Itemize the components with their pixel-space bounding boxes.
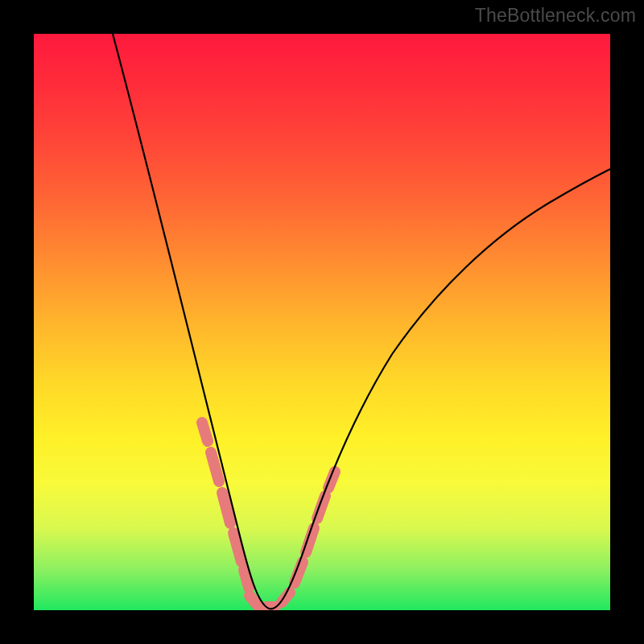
chart-frame: TheBottleneck.com bbox=[0, 0, 644, 644]
plot-area bbox=[34, 34, 610, 610]
watermark-text: TheBottleneck.com bbox=[475, 5, 636, 27]
highlight-right-band bbox=[250, 472, 335, 607]
curve-layer bbox=[34, 34, 610, 610]
bottleneck-curve bbox=[113, 34, 610, 609]
highlight-left-band bbox=[202, 423, 249, 588]
